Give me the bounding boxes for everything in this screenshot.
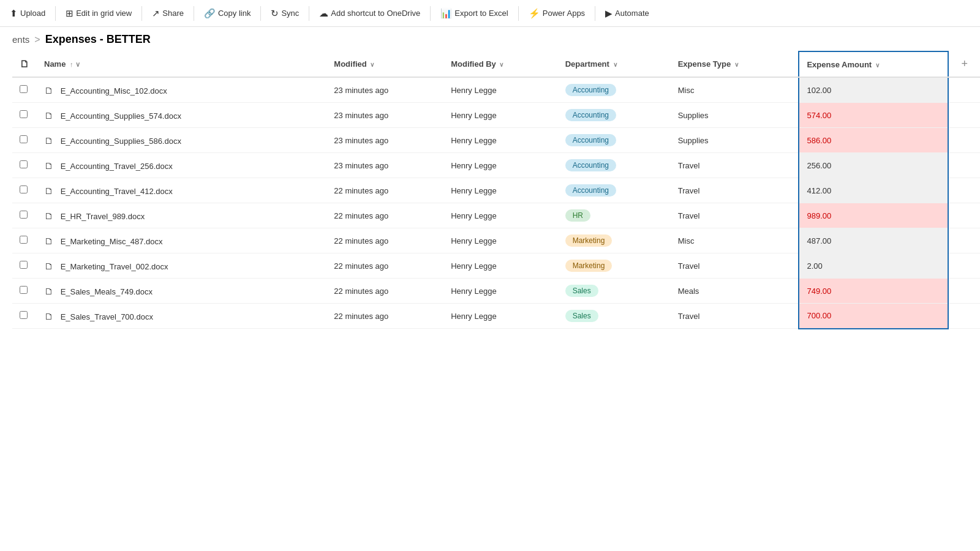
row-checkbox[interactable] xyxy=(20,85,28,93)
row-expense-type-cell: Misc xyxy=(671,228,799,253)
powerapps-icon: ⚡ xyxy=(529,8,540,19)
row-expense-type-cell: Meals xyxy=(671,279,799,304)
automate-button[interactable]: ▶ Automate xyxy=(600,5,654,22)
row-expense-amount-cell: 256.00 xyxy=(799,153,948,178)
file-table: 🗋 Name ↑ ∨ Modified ∨ Modified By ∨ Depa… xyxy=(12,51,980,329)
breadcrumb-parent[interactable]: ents xyxy=(12,34,29,45)
add-column-header[interactable]: + xyxy=(948,51,980,77)
file-icon: 🗋 xyxy=(44,286,53,296)
row-name-cell[interactable]: 🗋 E_Marketing_Travel_002.docx xyxy=(37,253,326,279)
separator xyxy=(194,6,194,21)
expense-type-dropdown-icon: ∨ xyxy=(734,61,739,68)
row-select-cell[interactable] xyxy=(12,178,37,203)
file-icon: 🗋 xyxy=(44,186,53,196)
modified-column-header[interactable]: Modified ∨ xyxy=(326,51,443,77)
file-type-icon: 🗋 xyxy=(20,59,29,69)
add-shortcut-button[interactable]: ☁ Add shortcut to OneDrive xyxy=(314,5,425,22)
row-modified-cell: 22 minutes ago xyxy=(326,228,443,253)
row-modified-by-cell: Henry Legge xyxy=(443,228,557,253)
file-icon: 🗋 xyxy=(44,236,53,246)
row-name-cell[interactable]: 🗋 E_Sales_Travel_700.docx xyxy=(37,304,326,329)
row-checkbox[interactable] xyxy=(20,186,28,193)
row-modified-cell: 23 minutes ago xyxy=(326,77,443,103)
row-select-cell[interactable] xyxy=(12,228,37,253)
row-name-cell[interactable]: 🗋 E_Accounting_Travel_256.docx xyxy=(37,153,326,178)
department-badge: Accounting xyxy=(565,134,616,146)
row-select-cell[interactable] xyxy=(12,103,37,128)
row-checkbox[interactable] xyxy=(20,236,28,244)
row-expense-amount-cell: 487.00 xyxy=(799,228,948,253)
row-extra-cell xyxy=(948,128,980,153)
row-checkbox[interactable] xyxy=(20,135,28,143)
add-column-button[interactable]: + xyxy=(956,58,973,70)
row-checkbox[interactable] xyxy=(20,261,28,269)
row-extra-cell xyxy=(948,103,980,128)
expense-amount-dropdown-icon: ∨ xyxy=(875,62,880,69)
row-select-cell[interactable] xyxy=(12,279,37,304)
select-all-header[interactable]: 🗋 xyxy=(12,51,37,77)
table-body: 🗋 E_Accounting_Misc_102.docx 23 minutes … xyxy=(12,77,980,329)
file-name: E_Accounting_Supplies_574.docx xyxy=(61,111,181,121)
file-name: E_Accounting_Travel_256.docx xyxy=(61,162,173,171)
row-select-cell[interactable] xyxy=(12,253,37,279)
file-icon: 🗋 xyxy=(44,261,53,271)
power-apps-button[interactable]: ⚡ Power Apps xyxy=(524,5,590,22)
row-select-cell[interactable] xyxy=(12,77,37,103)
copy-link-button[interactable]: 🔗 Copy link xyxy=(199,5,255,22)
row-name-cell[interactable]: 🗋 E_Sales_Meals_749.docx xyxy=(37,279,326,304)
row-name-cell[interactable]: 🗋 E_HR_Travel_989.docx xyxy=(37,203,326,228)
row-checkbox[interactable] xyxy=(20,211,28,219)
table-row: 🗋 E_Accounting_Travel_256.docx 23 minute… xyxy=(12,153,980,178)
row-name-cell[interactable]: 🗋 E_Accounting_Misc_102.docx xyxy=(37,77,326,103)
row-name-cell[interactable]: 🗋 E_Accounting_Supplies_574.docx xyxy=(37,103,326,128)
file-name: E_Accounting_Misc_102.docx xyxy=(61,86,167,96)
row-modified-by-cell: Henry Legge xyxy=(443,77,557,103)
row-department-cell: Accounting xyxy=(558,178,671,203)
row-modified-cell: 23 minutes ago xyxy=(326,153,443,178)
upload-button[interactable]: ⬆ Upload xyxy=(5,5,50,22)
table-row: 🗋 E_Marketing_Travel_002.docx 22 minutes… xyxy=(12,253,980,279)
row-name-cell[interactable]: 🗋 E_Accounting_Travel_412.docx xyxy=(37,178,326,203)
row-expense-amount-cell: 574.00 xyxy=(799,103,948,128)
department-column-header[interactable]: Department ∨ xyxy=(558,51,671,77)
file-icon: 🗋 xyxy=(44,135,53,146)
share-button[interactable]: ↗ Share xyxy=(147,5,189,22)
row-name-cell[interactable]: 🗋 E_Accounting_Supplies_586.docx xyxy=(37,128,326,153)
row-department-cell: Accounting xyxy=(558,103,671,128)
export-excel-button[interactable]: 📊 Export to Excel xyxy=(435,5,513,22)
sync-button[interactable]: ↻ Sync xyxy=(266,5,304,22)
separator xyxy=(55,6,56,21)
row-expense-type-cell: Supplies xyxy=(671,128,799,153)
table-header-row: 🗋 Name ↑ ∨ Modified ∨ Modified By ∨ Depa… xyxy=(12,51,980,77)
row-modified-by-cell: Henry Legge xyxy=(443,153,557,178)
edit-grid-button[interactable]: ⊞ Edit in grid view xyxy=(61,5,137,22)
department-badge: Sales xyxy=(565,310,598,322)
file-icon: 🗋 xyxy=(44,85,53,96)
expense-amount-column-header[interactable]: Expense Amount ∨ xyxy=(799,51,948,77)
row-select-cell[interactable] xyxy=(12,203,37,228)
row-expense-amount-cell: 700.00 xyxy=(799,304,948,329)
modified-by-column-header[interactable]: Modified By ∨ xyxy=(443,51,557,77)
row-modified-cell: 23 minutes ago xyxy=(326,128,443,153)
row-checkbox[interactable] xyxy=(20,160,28,168)
row-department-cell: Marketing xyxy=(558,228,671,253)
row-expense-amount-cell: 102.00 xyxy=(799,77,948,103)
row-select-cell[interactable] xyxy=(12,304,37,329)
table-row: 🗋 E_Sales_Meals_749.docx 22 minutes ago … xyxy=(12,279,980,304)
row-select-cell[interactable] xyxy=(12,153,37,178)
expense-type-column-header[interactable]: Expense Type ∨ xyxy=(671,51,799,77)
row-checkbox[interactable] xyxy=(20,286,28,294)
name-column-header[interactable]: Name ↑ ∨ xyxy=(37,51,326,77)
row-checkbox[interactable] xyxy=(20,311,28,319)
row-department-cell: Sales xyxy=(558,279,671,304)
row-modified-by-cell: Henry Legge xyxy=(443,178,557,203)
row-name-cell[interactable]: 🗋 E_Marketing_Misc_487.docx xyxy=(37,228,326,253)
table-row: 🗋 E_Accounting_Misc_102.docx 23 minutes … xyxy=(12,77,980,103)
file-name: E_Accounting_Supplies_586.docx xyxy=(61,137,181,146)
modified-dropdown-icon: ∨ xyxy=(370,61,374,68)
row-extra-cell xyxy=(948,253,980,279)
row-expense-type-cell: Supplies xyxy=(671,103,799,128)
row-expense-type-cell: Travel xyxy=(671,153,799,178)
row-select-cell[interactable] xyxy=(12,128,37,153)
row-checkbox[interactable] xyxy=(20,110,28,118)
